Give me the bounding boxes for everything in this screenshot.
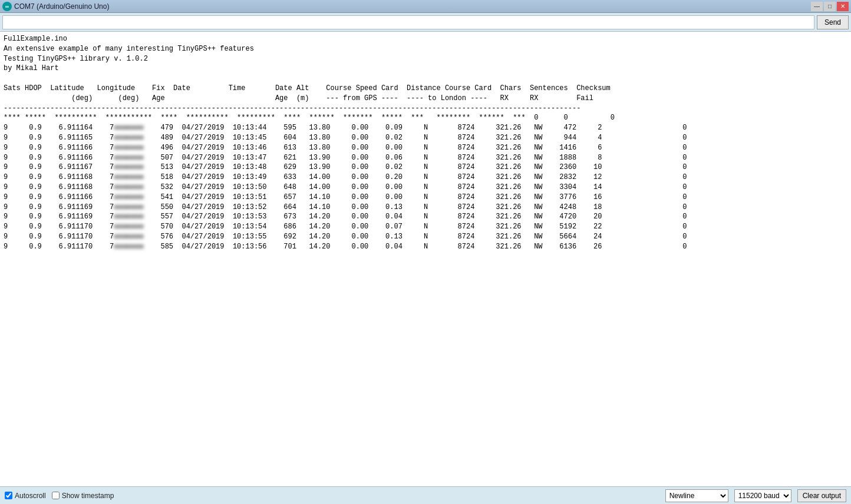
send-button[interactable]: Send bbox=[817, 15, 849, 29]
send-bar: Send bbox=[0, 13, 851, 32]
baud-select[interactable]: 9600 baud19200 baud38400 baud57600 baud1… bbox=[734, 489, 791, 502]
autoscroll-label[interactable]: Autoscroll bbox=[15, 492, 46, 500]
newline-select[interactable]: No line endingNewlineCarriage returnBoth… bbox=[665, 489, 728, 502]
clear-output-button[interactable]: Clear output bbox=[797, 489, 846, 502]
autoscroll-checkbox[interactable] bbox=[5, 492, 12, 499]
arduino-logo-icon: ∞ bbox=[2, 2, 12, 11]
close-button[interactable]: ✕ bbox=[837, 2, 849, 11]
output-content: FullExample.ino An extensive example of … bbox=[4, 34, 847, 252]
timestamp-group: Show timestamp bbox=[52, 492, 114, 500]
output-area: FullExample.ino An extensive example of … bbox=[0, 32, 851, 486]
window-title: COM7 (Arduino/Genuino Uno) bbox=[14, 2, 109, 11]
bottom-bar: Autoscroll Show timestamp No line ending… bbox=[0, 486, 851, 504]
autoscroll-group: Autoscroll bbox=[5, 492, 46, 500]
title-bar: ∞ COM7 (Arduino/Genuino Uno) — □ ✕ bbox=[0, 0, 851, 13]
window-controls: — □ ✕ bbox=[811, 2, 849, 11]
title-bar-left: ∞ COM7 (Arduino/Genuino Uno) bbox=[2, 2, 109, 11]
maximize-button[interactable]: □ bbox=[824, 2, 836, 11]
timestamp-label[interactable]: Show timestamp bbox=[62, 492, 114, 500]
minimize-button[interactable]: — bbox=[811, 2, 823, 11]
timestamp-checkbox[interactable] bbox=[52, 492, 60, 499]
send-input[interactable] bbox=[2, 15, 814, 29]
